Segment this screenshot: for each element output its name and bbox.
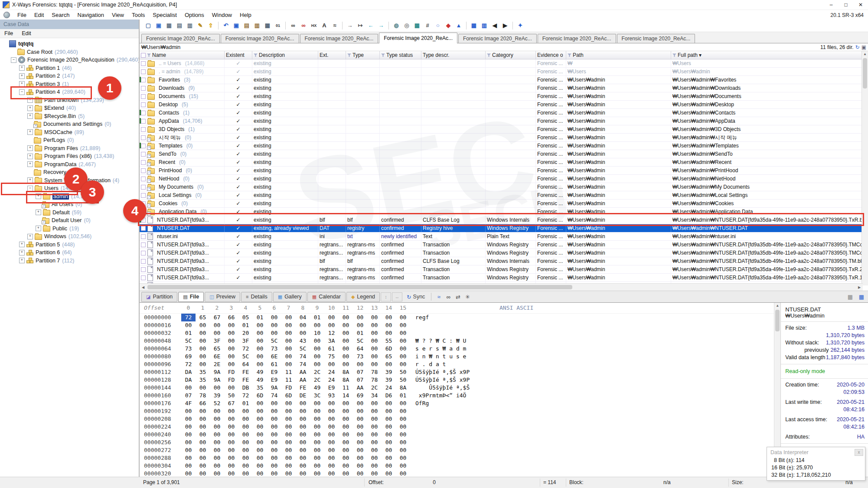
menu-item-file[interactable]: File — [13, 12, 30, 18]
hex-byte[interactable]: 00 — [296, 415, 310, 423]
hex-byte[interactable]: 69 — [353, 392, 367, 400]
toolbar-undo-icon[interactable]: ↶ — [221, 21, 231, 30]
hex-byte[interactable]: 00 — [339, 439, 353, 446]
hex-byte[interactable]: 00 — [367, 446, 382, 454]
hex-byte[interactable]: 3C — [310, 392, 324, 400]
tab-evidence-3[interactable]: Forensic Image 2020_ReAc... — [300, 34, 379, 43]
toolbar-open-icon[interactable]: ▣ — [153, 21, 164, 30]
row-checkbox[interactable] — [141, 210, 146, 214]
hex-byte[interactable]: 24 — [324, 376, 339, 384]
hex-byte[interactable]: 00 — [281, 462, 296, 470]
hex-byte[interactable]: 8A — [339, 376, 353, 384]
table-row-ntuser-dat-fd9a3[interactable]: NTUSER.DAT{fd9a3...✓existingblfblfconfir… — [140, 216, 863, 224]
row-checkbox[interactable] — [141, 111, 146, 115]
hex-byte[interactable]: 00 — [296, 446, 310, 454]
hex-row[interactable]: 0000014400000000DB359AFDFE49E911AA2C248A… — [140, 384, 774, 392]
hex-byte[interactable]: 00 — [396, 314, 410, 321]
hex-byte[interactable]: 00 — [396, 454, 410, 462]
hex-byte[interactable]: 00 — [324, 454, 339, 462]
hex-byte[interactable]: E9 — [267, 368, 281, 376]
hex-byte[interactable]: 00 — [267, 454, 281, 462]
tree-item-case-root[interactable]: Case Root(290,460) — [0, 48, 139, 56]
hex-byte[interactable]: 00 — [339, 314, 353, 321]
row-checkbox[interactable] — [141, 218, 146, 223]
row-checkbox[interactable] — [141, 119, 146, 124]
toolbar-find-hex-icon[interactable]: HX — [309, 21, 319, 30]
toolbar-find-text-icon[interactable]: ∞ — [288, 21, 298, 30]
row-checkbox[interactable] — [141, 61, 146, 66]
hex-byte[interactable]: 00 — [196, 423, 210, 431]
hex-byte[interactable]: 00 — [253, 431, 267, 439]
expand-icon[interactable]: + — [19, 258, 25, 263]
hex-byte[interactable]: 00 — [196, 439, 210, 446]
row-checkbox[interactable] — [141, 259, 146, 264]
hex-row[interactable]: 0000027200000000000000000000000000000000 — [140, 446, 774, 454]
hex-byte[interactable]: 00 — [238, 431, 253, 439]
hex-byte[interactable]: 00 — [224, 446, 238, 454]
filter-funnel-icon[interactable] — [147, 53, 151, 57]
hex-byte[interactable]: 00 — [281, 329, 296, 337]
hex-byte[interactable]: 00 — [210, 415, 224, 423]
hex-byte[interactable]: 00 — [296, 431, 310, 439]
hex-byte[interactable]: 6E — [210, 353, 224, 360]
scroll-up-icon[interactable]: ▲ — [862, 51, 868, 57]
hex-byte[interactable]: 00 — [281, 454, 296, 462]
expand-icon[interactable]: + — [19, 73, 25, 79]
hex-byte[interactable]: 00 — [310, 462, 324, 470]
hex-byte[interactable]: 50 — [396, 368, 410, 376]
hex-byte[interactable]: 00 — [267, 314, 281, 321]
toolbar-print-icon[interactable]: ▤ — [174, 21, 185, 30]
menu-item-tools[interactable]: Tools — [128, 12, 149, 18]
toolbar-simultaneous-search-icon[interactable]: ≈ — [330, 21, 340, 30]
expand-icon[interactable]: + — [27, 113, 33, 119]
hex-byte[interactable]: 75 — [324, 353, 339, 360]
hex-byte[interactable]: 00 — [339, 415, 353, 423]
hex-byte[interactable]: 00 — [238, 423, 253, 431]
column-header-existent[interactable]: Existent — [225, 51, 252, 59]
hex-byte[interactable]: 64 — [238, 360, 253, 368]
hex-byte[interactable]: 5C — [353, 337, 367, 345]
hex-byte[interactable]: 4F — [181, 400, 196, 407]
hex-byte[interactable]: 00 — [324, 415, 339, 423]
hex-byte[interactable]: 00 — [310, 454, 324, 462]
hex-byte[interactable]: 00 — [181, 462, 196, 470]
hex-byte[interactable]: 50 — [224, 392, 238, 400]
case-menu-edit[interactable]: Edit — [17, 30, 36, 36]
hex-byte[interactable]: 00 — [238, 439, 253, 446]
hex-byte[interactable]: 00 — [324, 321, 339, 329]
filter-wave-icon[interactable]: ≈ — [434, 294, 444, 300]
hex-byte[interactable]: 00 — [324, 446, 339, 454]
hex-byte[interactable]: 00 — [382, 446, 396, 454]
hex-byte[interactable]: 00 — [196, 454, 210, 462]
hex-byte[interactable]: 00 — [353, 431, 367, 439]
hex-byte[interactable]: 00 — [382, 462, 396, 470]
hex-byte[interactable]: 00 — [339, 454, 353, 462]
toolbar-copy-block-icon[interactable]: ▦ — [262, 21, 273, 30]
hex-byte[interactable]: 00 — [396, 360, 410, 368]
hex-byte[interactable]: 00 — [324, 407, 339, 415]
collapse-icon[interactable]: − — [11, 57, 16, 63]
table-row-3d-objects[interactable]: 3D Objects(1)✓existingForensic ...₩Users… — [140, 125, 863, 134]
hex-byte[interactable]: 00 — [253, 415, 267, 423]
tab-evidence-2[interactable]: Forensic Image 2020_ReAc... — [221, 34, 299, 43]
hex-byte[interactable]: 00 — [253, 439, 267, 446]
toolbar-position-marker-icon[interactable]: ◆ — [443, 21, 454, 30]
hex-byte[interactable]: 00 — [353, 314, 367, 321]
hex-byte[interactable]: 00 — [224, 360, 238, 368]
toolbar-search-disk-icon[interactable]: ○ — [433, 21, 443, 30]
hex-byte[interactable]: 00 — [382, 423, 396, 431]
hex-byte[interactable]: 00 — [339, 353, 353, 360]
table-row-ntuser-dat-fd9a3[interactable]: NTUSER.DAT{fd9a3...✓existingregtrans...r… — [140, 265, 863, 274]
hex-byte[interactable]: 00 — [396, 337, 410, 345]
hex-byte[interactable]: 11 — [281, 368, 296, 376]
hex-byte[interactable]: 35 — [253, 384, 267, 392]
hex-byte[interactable]: 00 — [310, 353, 324, 360]
table-row-local-settings[interactable]: Local Settings(0)✓existingForensic ...₩U… — [140, 191, 863, 200]
menu-item-specialist[interactable]: Specialist — [149, 12, 181, 18]
status-offset-value[interactable]: 0 — [390, 479, 436, 485]
hex-byte[interactable]: 67 — [210, 314, 224, 321]
hex-byte[interactable]: 3A — [324, 337, 339, 345]
table-row-documents[interactable]: Documents(15)✓existingForensic ...₩Users… — [140, 92, 863, 101]
tab-evidence-6[interactable]: Forensic Image 2020_ReAc... — [538, 34, 616, 43]
toolbar-statistics-icon[interactable]: ▲ — [454, 21, 464, 30]
